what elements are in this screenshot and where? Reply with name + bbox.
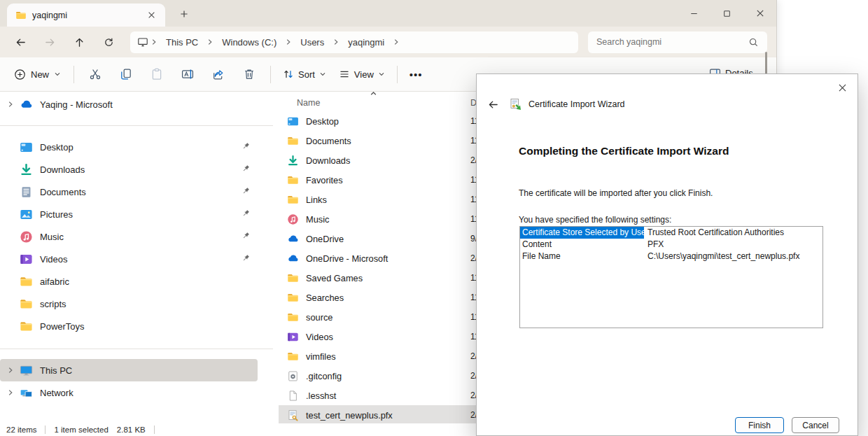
nav-forward-button[interactable]	[35, 30, 64, 54]
dialog-app-title: Certificate Import Wizard	[528, 99, 625, 109]
cut-button[interactable]	[80, 62, 111, 87]
rename-button[interactable]	[172, 62, 203, 87]
copy-icon	[120, 68, 132, 80]
delete-button[interactable]	[234, 62, 265, 87]
settings-value: C:\Users\yaqingmi\test_cert_newplus.pfx	[644, 251, 799, 262]
pin-icon	[241, 164, 251, 174]
sidebar-item-label: Music	[40, 232, 241, 242]
settings-row[interactable]: Certificate Store Selected by UserTruste…	[520, 227, 822, 239]
expand-chevron[interactable]	[4, 389, 17, 396]
finish-button[interactable]: Finish	[735, 417, 784, 433]
rename-icon	[181, 68, 194, 80]
new-button[interactable]: New	[7, 64, 68, 85]
sidebar-item-downloads[interactable]: Downloads	[0, 158, 258, 181]
window-close-button[interactable]	[743, 0, 776, 27]
file-name: Desktop	[306, 116, 339, 127]
expand-chevron[interactable]	[4, 101, 17, 108]
folder-icon	[20, 320, 33, 333]
settings-row[interactable]: File NameC:\Users\yaqingmi\test_cert_new…	[520, 251, 822, 262]
navigation-pane: Yaqing - MicrosoftDesktopDownloadsDocume…	[0, 92, 273, 423]
chevron-right-icon	[285, 38, 292, 45]
folder-icon	[287, 311, 299, 323]
sidebar-item-scripts[interactable]: scripts	[0, 293, 258, 315]
cancel-button[interactable]: Cancel	[792, 417, 839, 433]
back-arrow-icon	[487, 99, 499, 111]
file-name: OneDrive	[306, 234, 344, 244]
settings-row[interactable]: ContentPFX	[520, 239, 822, 251]
column-header-name[interactable]: Name	[297, 98, 320, 108]
window-maximize-button[interactable]	[710, 0, 743, 27]
videos-icon	[20, 253, 33, 266]
pin-icon	[241, 253, 251, 263]
downloads-icon	[287, 155, 299, 167]
breadcrumb-item[interactable]: Windows (C:)	[216, 37, 283, 48]
new-tab-button[interactable]	[175, 5, 193, 23]
share-icon	[212, 68, 225, 80]
breadcrumb-item[interactable]: This PC	[160, 37, 204, 48]
desktop-icon	[20, 141, 33, 154]
tab-close-button[interactable]	[143, 7, 160, 24]
paste-button[interactable]	[141, 62, 172, 87]
sidebar-item-desktop[interactable]: Desktop	[0, 136, 258, 158]
breadcrumb-item[interactable]: Users	[294, 37, 330, 48]
sidebar-item-yaqing-microsoft[interactable]: Yaqing - Microsoft	[0, 93, 258, 115]
toolbar-separator	[74, 66, 74, 83]
breadcrumb-chevron[interactable]	[391, 38, 402, 45]
nav-refresh-button[interactable]	[94, 30, 123, 54]
file-name: .gitconfig	[306, 371, 342, 381]
dialog-close-button[interactable]	[831, 78, 853, 97]
nav-up-button[interactable]	[64, 30, 94, 54]
sidebar-item-videos[interactable]: Videos	[0, 248, 258, 270]
dialog-back-button[interactable]	[484, 97, 502, 112]
view-lines-icon	[339, 69, 350, 80]
share-button[interactable]	[203, 62, 234, 87]
videos-icon	[287, 331, 299, 343]
sidebar-item-powertoys[interactable]: PowerToys	[0, 315, 258, 337]
sidebar-item-this-pc[interactable]: This PC	[0, 359, 258, 381]
sidebar-item-music[interactable]: Music	[0, 225, 258, 248]
file-name: .lesshst	[306, 391, 336, 401]
sidebar-item-aifabric[interactable]: aifabric	[0, 270, 258, 293]
status-divider	[154, 426, 155, 434]
cut-icon	[89, 68, 102, 80]
copy-button[interactable]	[111, 62, 141, 87]
file-name: Searches	[306, 293, 344, 303]
breadcrumb-item[interactable]: yaqingmi	[342, 37, 391, 48]
breadcrumb-chevron[interactable]	[330, 38, 342, 45]
sidebar-item-label: Videos	[40, 254, 241, 265]
close-icon	[148, 11, 155, 19]
settings-table[interactable]: Certificate Store Selected by UserTruste…	[519, 226, 823, 328]
sidebar-item-pictures[interactable]: Pictures	[0, 203, 258, 225]
search-input[interactable]	[596, 37, 748, 47]
expand-chevron[interactable]	[4, 367, 17, 374]
pin-icon	[241, 186, 258, 198]
breadcrumb-chevron[interactable]	[283, 38, 294, 45]
file-name: Downloads	[306, 155, 350, 166]
tab-title: yaqingmi	[32, 10, 137, 20]
sidebar-item-network[interactable]: Network	[0, 381, 258, 404]
sidebar-item-documents[interactable]: Documents	[0, 181, 258, 203]
trash-icon	[243, 68, 255, 80]
breadcrumb-chevron[interactable]	[148, 38, 160, 45]
documents-icon	[20, 185, 33, 199]
onedrive-cloud-icon	[287, 253, 299, 265]
chevron-right-icon	[150, 38, 158, 45]
file-name: Videos	[306, 332, 333, 342]
folder-icon	[287, 292, 299, 304]
window-minimize-button[interactable]	[678, 0, 710, 27]
sort-button[interactable]: Sort	[276, 64, 332, 85]
settings-value: PFX	[644, 239, 664, 251]
see-more-button[interactable]: •••	[403, 64, 429, 85]
breadcrumb-chevron[interactable]	[204, 38, 216, 45]
nav-back-button[interactable]	[6, 30, 35, 54]
chevron-right-icon	[7, 367, 14, 374]
sidebar-item-label: PowerToys	[40, 321, 258, 332]
chevron-down-icon	[378, 71, 385, 78]
pin-icon	[241, 186, 251, 196]
minimize-icon	[690, 10, 698, 17]
tab-yaqingmi[interactable]: yaqingmi	[7, 3, 165, 27]
this-pc-icon	[20, 364, 33, 377]
maximize-icon	[723, 10, 731, 17]
view-button[interactable]: View	[332, 64, 391, 85]
music-icon	[287, 213, 299, 225]
